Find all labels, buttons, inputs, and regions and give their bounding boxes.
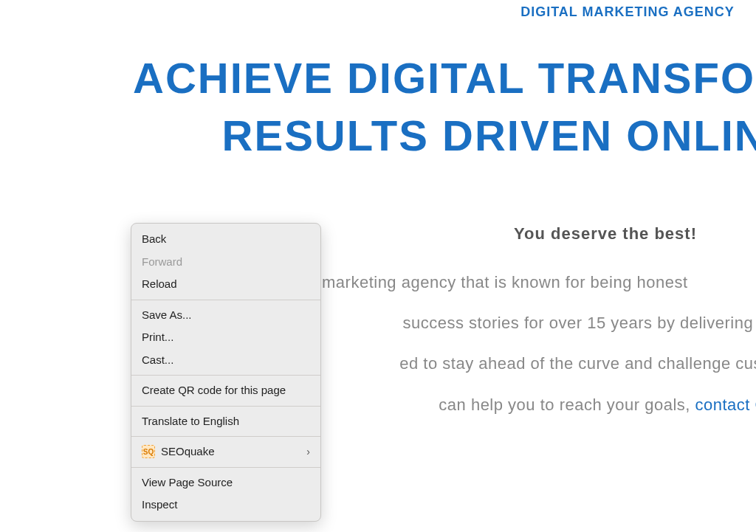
menu-reload[interactable]: Reload bbox=[131, 273, 320, 296]
menu-view-source[interactable]: View Page Source bbox=[131, 471, 320, 494]
contact-link[interactable]: contact Opa bbox=[695, 395, 756, 414]
menu-divider bbox=[131, 436, 320, 437]
menu-cast[interactable]: Cast... bbox=[131, 349, 320, 372]
menu-create-qr[interactable]: Create QR code for this page bbox=[131, 379, 320, 402]
menu-forward: Forward bbox=[131, 251, 320, 274]
body-line-2-mid: success stories for over 15 years by del… bbox=[402, 314, 756, 332]
headline-line-1: ACHIEVE DIGITAL TRANSFORMATION bbox=[133, 49, 756, 107]
menu-divider bbox=[131, 375, 320, 376]
context-menu: Back Forward Reload Save As... Print... … bbox=[131, 223, 321, 522]
menu-print[interactable]: Print... bbox=[131, 326, 320, 349]
menu-save-as[interactable]: Save As... bbox=[131, 304, 320, 327]
subheading: You deserve the best! bbox=[0, 224, 756, 243]
menu-seoquake-label: SEOquake bbox=[161, 443, 215, 460]
menu-translate[interactable]: Translate to English bbox=[131, 410, 320, 433]
menu-seoquake[interactable]: SQ SEOquake › bbox=[131, 441, 320, 463]
seoquake-icon: SQ bbox=[142, 445, 155, 458]
page-content: DIGITAL MARKETING AGENCY ACHIEVE DIGITAL… bbox=[0, 0, 756, 432]
body-line-3-mid: ed to stay ahead of the curve and challe… bbox=[399, 354, 756, 373]
menu-divider bbox=[131, 300, 320, 300]
menu-inspect[interactable]: Inspect bbox=[131, 494, 320, 517]
menu-back[interactable]: Back bbox=[131, 228, 320, 251]
chevron-right-icon: › bbox=[306, 444, 310, 460]
body-line-4-pre: can help you to reach your goals, bbox=[439, 395, 695, 414]
main-headline: ACHIEVE DIGITAL TRANSFORMATION RESULTS D… bbox=[0, 49, 756, 165]
menu-divider bbox=[131, 467, 320, 468]
menu-divider bbox=[131, 406, 320, 407]
headline-line-2: RESULTS DRIVEN ONLINE bbox=[133, 107, 756, 165]
body-copy: digital marketing agency that is known f… bbox=[0, 269, 756, 419]
tagline: DIGITAL MARKETING AGENCY bbox=[369, 4, 756, 20]
